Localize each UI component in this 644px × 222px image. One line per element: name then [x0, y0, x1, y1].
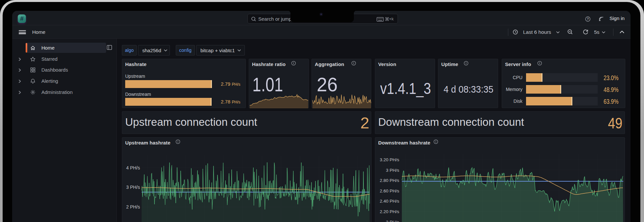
- svg-text:2.20 PH/s: 2.20 PH/s: [380, 209, 400, 214]
- svg-text:4 PH/s: 4 PH/s: [126, 165, 140, 170]
- svg-text:?: ?: [587, 17, 589, 21]
- svg-text:3 PH/s: 3 PH/s: [126, 185, 140, 190]
- svg-text:3 PH/s: 3 PH/s: [386, 168, 399, 173]
- svg-text:2 PH/s: 2 PH/s: [386, 220, 399, 222]
- svg-text:2.80 PH/s: 2.80 PH/s: [380, 178, 400, 183]
- svg-text:2.60 PH/s: 2.60 PH/s: [380, 189, 400, 193]
- svg-text:2 PH/s: 2 PH/s: [126, 204, 140, 210]
- svg-text:3.20 PH/s: 3.20 PH/s: [380, 157, 400, 162]
- svg-text:2.40 PH/s: 2.40 PH/s: [380, 199, 400, 204]
